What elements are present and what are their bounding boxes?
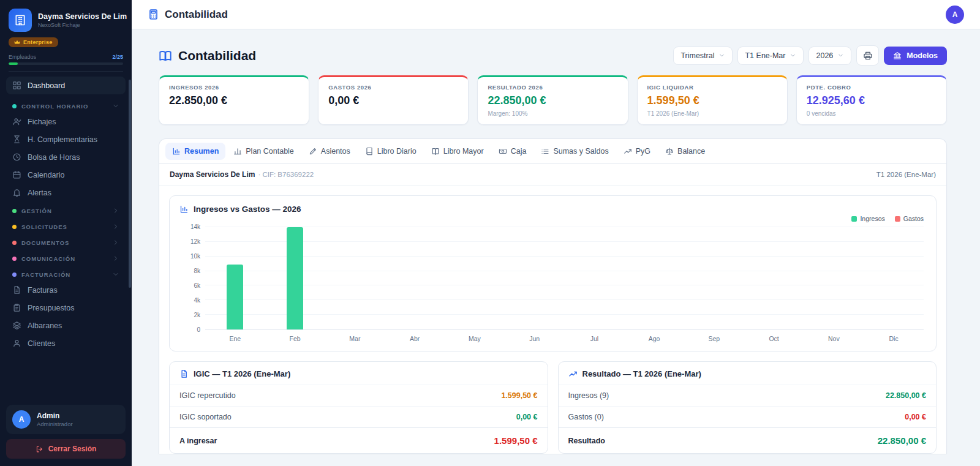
calculator-icon — [148, 9, 159, 20]
summary-row-igic-soportado: IGIC soportado0,00 € — [170, 406, 548, 427]
clients-icon — [12, 339, 21, 348]
pyg-icon — [624, 147, 632, 156]
topbar: Contabilidad A — [132, 0, 980, 29]
tab-label: Plan Contable — [246, 147, 294, 156]
tab-libro-mayor[interactable]: Libro Mayor — [424, 143, 491, 160]
legend-label: Ingresos — [860, 215, 884, 222]
sidebar-section-documentos[interactable]: DOCUMENTOS — [6, 233, 126, 249]
sidebar-section-solicitudes[interactable]: SOLICITUDES — [6, 217, 126, 233]
chevron-down-icon — [112, 271, 119, 278]
tab-balance[interactable]: Balance — [658, 143, 712, 160]
section-dot — [12, 272, 17, 277]
bar-group-dic — [864, 227, 924, 329]
app-logo — [9, 9, 32, 32]
granularity-select[interactable]: Trimestral — [673, 47, 733, 65]
summary-cards: IGIC — T1 2026 (Ene-Mar)IGIC repercutido… — [169, 361, 937, 454]
row-value: 0,00 € — [516, 413, 538, 421]
row-label: Gastos (0) — [568, 413, 604, 421]
summary-row-igic-repercutido: IGIC repercutido1.599,50 € — [170, 385, 548, 406]
sidebar-section-gestio-n[interactable]: GESTIÓN — [6, 201, 126, 217]
y-tick-label: 4k — [194, 297, 200, 304]
year-select[interactable]: 2026 — [809, 47, 851, 65]
sidebar-item-albaranes[interactable]: Albaranes — [6, 317, 126, 334]
x-tick-label: Jul — [565, 330, 625, 345]
topbar-avatar[interactable]: A — [946, 6, 964, 24]
sidebar-item-presupuestos[interactable]: Presupuestos — [6, 299, 126, 317]
period-select[interactable]: T1 Ene-Mar — [737, 47, 804, 65]
summary-card-title-label: IGIC — T1 2026 (Ene-Mar) — [194, 369, 290, 378]
tab-caja[interactable]: Caja — [492, 143, 533, 160]
section-dot — [12, 225, 17, 229]
estimate-icon — [12, 303, 21, 312]
sidebar-section-facturacio-n[interactable]: FACTURACIÓN — [6, 265, 126, 281]
y-tick-label: 14k — [190, 224, 200, 230]
sidebar-item-facturas[interactable]: Facturas — [6, 281, 126, 299]
x-tick-label: Oct — [744, 330, 804, 345]
journal-icon — [365, 147, 374, 156]
tab-sumas-y-saldos[interactable]: Sumas y Saldos — [534, 143, 615, 160]
stat-value: 22.850,00 € — [169, 94, 299, 107]
sidebar-item-h-complementarias[interactable]: H. Complementarias — [6, 130, 126, 148]
tab-bar: ResumenPlan ContableAsientosLibro Diario… — [159, 139, 946, 164]
section-dot — [12, 241, 17, 245]
stat-value: 1.599,50 € — [647, 94, 777, 107]
y-tick-label: 2k — [194, 312, 200, 318]
x-tick-label: Feb — [265, 330, 325, 345]
invoice-icon — [12, 285, 21, 295]
x-axis: EneFebMarAbrMayJunJulAgoSepOctNovDic — [205, 330, 924, 345]
tab-plan-contable[interactable]: Plan Contable — [227, 143, 301, 160]
y-tick-label: 10k — [190, 253, 200, 260]
sidebar-section-control-horario[interactable]: CONTROL HORARIO — [6, 97, 126, 113]
row-value: 0,00 € — [905, 413, 926, 421]
sidebar-section-comunicacio-n[interactable]: COMUNICACIÓN — [6, 249, 126, 265]
stat-label: INGRESOS 2026 — [169, 84, 299, 91]
chevron-down-icon — [718, 52, 725, 59]
sidebar-item-calendario[interactable]: Calendario — [6, 166, 126, 184]
topbar-title-label: Contabilidad — [165, 9, 228, 21]
bell-icon — [12, 188, 21, 197]
legend-swatch — [895, 216, 900, 222]
models-button[interactable]: Modelos — [884, 47, 947, 65]
chart-title: Ingresos vs Gastos — 2026 — [179, 205, 926, 214]
page-title-label: Contabilidad — [178, 48, 256, 63]
chevron-down-icon — [112, 102, 119, 110]
page-content: Contabilidad Trimestral T1 Ene-Mar 2026 — [132, 29, 980, 466]
chevron-right-icon — [112, 207, 119, 214]
summary-card-title: Resultado — T1 2026 (Ene-Mar) — [559, 362, 937, 385]
stat-label: RESULTADO 2026 — [488, 84, 617, 91]
stat-value: 0,00 € — [328, 94, 458, 107]
sidebar-item-label: Alertas — [28, 189, 51, 197]
summary-card-igic-t1-2026-ene-mar: IGIC — T1 2026 (Ene-Mar)IGIC repercutido… — [169, 361, 548, 454]
tab-asientos[interactable]: Asientos — [302, 143, 357, 160]
logout-button[interactable]: Cerrar Sesión — [6, 439, 126, 459]
sidebar-item-fichajes[interactable]: Fichajes — [6, 113, 126, 130]
print-button[interactable] — [856, 45, 879, 66]
sidebar-item-clientes[interactable]: Clientes — [6, 334, 126, 352]
user-card[interactable]: A Admin Administrador — [6, 405, 126, 434]
bar-group-sep — [684, 227, 744, 329]
bar-chart: 02k4k6k8k10k12k14k EneFebMarAbrMayJunJul… — [182, 227, 924, 345]
sidebar-item-bolsa-de-horas[interactable]: Bolsa de Horas — [6, 148, 126, 166]
bar-group-abr — [385, 227, 445, 329]
dashboard-icon — [12, 81, 21, 90]
product-name: NexoSoft Fichaje — [38, 22, 127, 28]
tab-pyg[interactable]: PyG — [617, 143, 657, 160]
tab-libro-diario[interactable]: Libro Diario — [358, 143, 423, 160]
sidebar-item-alertas[interactable]: Alertas — [6, 184, 126, 201]
user-name: Admin — [37, 412, 73, 420]
x-tick-label: May — [445, 330, 505, 345]
entries-icon — [309, 147, 317, 156]
chevron-right-icon — [112, 239, 119, 246]
bar-ingresos-feb — [287, 227, 303, 329]
brand: Dayma Servicios De Lim NexoSoft Fichaje — [0, 0, 132, 32]
tab-label: Asientos — [321, 147, 350, 156]
chevron-down-icon — [837, 52, 844, 59]
crown-icon — [14, 39, 20, 45]
sidebar-item-dashboard[interactable]: Dashboard — [6, 77, 126, 94]
legend-item-gastos: Gastos — [895, 215, 924, 222]
building-icon — [14, 14, 26, 26]
row-label: IGIC soportado — [179, 413, 232, 421]
section-label: GESTIÓN — [21, 208, 52, 214]
tab-resumen[interactable]: Resumen — [165, 143, 225, 160]
sidebar-scrollbar[interactable] — [129, 80, 131, 288]
